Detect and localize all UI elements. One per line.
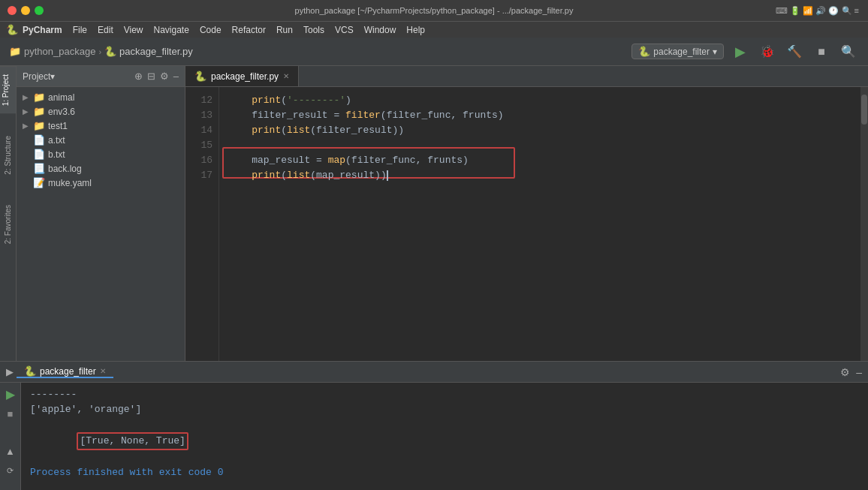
- stop-button[interactable]: ■: [811, 41, 832, 62]
- menu-view[interactable]: View: [124, 25, 143, 35]
- tree-label: b.txt: [48, 149, 65, 160]
- code-line-15: [228, 138, 851, 153]
- main-layout: 1: Project 2: Structure 2: Favorites Pro…: [0, 66, 868, 361]
- side-tab-project[interactable]: 1: Project: [0, 66, 16, 113]
- output-line-list: ['apple', 'orange']: [30, 402, 859, 417]
- tree-item-btxt[interactable]: 📄 b.txt: [17, 147, 185, 161]
- menu-file[interactable]: File: [73, 25, 87, 35]
- editor-tab-package-filter[interactable]: 🐍 package_filter.py ✕: [185, 66, 299, 86]
- code-line-14: print(list(filter_result)): [228, 123, 851, 138]
- tree-item-backlog[interactable]: 📃 back.log: [17, 161, 185, 176]
- menu-tools[interactable]: Tools: [303, 25, 324, 35]
- side-tabs: 1: Project 2: Structure 2: Favorites: [0, 66, 17, 361]
- settings-icon[interactable]: ⚙: [160, 71, 169, 82]
- scroll-up-button[interactable]: ▲: [2, 443, 19, 459]
- tab-close-icon[interactable]: ✕: [283, 72, 289, 80]
- bottom-side-controls: ▶ ■ ▲ ⟳: [0, 383, 21, 490]
- line-numbers: 12 13 14 15 16 17: [185, 87, 219, 361]
- folder-icon: 📁: [33, 92, 45, 103]
- minimize-button[interactable]: [21, 6, 30, 15]
- bottom-settings-icon[interactable]: ⚙: [840, 366, 850, 378]
- tree-arrow: ▶: [23, 107, 30, 116]
- editor-area: 🐍 package_filter.py ✕ 12 13 14 15 16 17 …: [185, 66, 868, 361]
- project-panel-header: Project▾ ⊕ ⊟ ⚙ –: [17, 66, 185, 87]
- menu-run[interactable]: Run: [276, 25, 293, 35]
- close-button[interactable]: [8, 6, 17, 15]
- breadcrumb: 📁 python_package › 🐍 package_filter.py: [9, 46, 627, 57]
- folder-icon: 📁: [33, 120, 45, 131]
- rerun-button[interactable]: ⟳: [2, 462, 19, 479]
- tree-label: muke.yaml: [48, 178, 92, 188]
- run-again-button[interactable]: ▶: [2, 386, 19, 402]
- editor-scrollbar[interactable]: [860, 87, 868, 361]
- bottom-panel: ▶ 🐍 package_filter ✕ ⚙ – ▶ ■ ▲ ⟳ -------…: [0, 361, 868, 490]
- bottom-tabs: ▶ 🐍 package_filter ✕ ⚙ –: [0, 362, 868, 383]
- output-line-separator: --------: [30, 387, 859, 402]
- add-icon[interactable]: ⊕: [134, 71, 143, 82]
- tree-label: a.txt: [48, 135, 65, 146]
- output-highlight-box: [True, None, True]: [77, 432, 188, 450]
- hide-panel-icon[interactable]: –: [173, 71, 179, 82]
- menu-edit[interactable]: Edit: [98, 25, 113, 35]
- txt-file-icon: 📄: [33, 134, 45, 146]
- project-panel: Project▾ ⊕ ⊟ ⚙ – ▶ 📁 animal ▶ 📁 env3.6 ▶…: [17, 66, 185, 361]
- title-bar: python_package [~/PycharmProjects/python…: [0, 0, 868, 21]
- app-logo: 🐍 PyCharm: [6, 24, 62, 35]
- txt-file-icon: 📄: [33, 149, 45, 160]
- project-tree: ▶ 📁 animal ▶ 📁 env3.6 ▶ 📁 test1 📄 a.txt: [17, 87, 185, 361]
- menu-window[interactable]: Window: [364, 25, 396, 35]
- code-line-13: filter_result = filter(filter_func, frun…: [228, 108, 851, 123]
- menu-vcs[interactable]: VCS: [335, 25, 354, 35]
- code-content[interactable]: print('--------') filter_result = filter…: [219, 87, 860, 361]
- output-line-process: Process finished with exit code 0: [30, 465, 859, 480]
- stop-run-button[interactable]: ■: [2, 405, 19, 422]
- search-everywhere-button[interactable]: 🔍: [838, 41, 859, 62]
- tab-label: package_filter.py: [211, 71, 279, 82]
- menu-bar: 🐍 PyCharm File Edit View Navigate Code R…: [0, 21, 868, 38]
- run-tab[interactable]: 🐍 package_filter ✕: [17, 365, 113, 378]
- collapse-icon[interactable]: ⊟: [147, 71, 155, 82]
- code-editor[interactable]: 12 13 14 15 16 17 print('--------') filt…: [185, 87, 868, 361]
- maximize-button[interactable]: [35, 6, 44, 15]
- bottom-panel-controls: ⚙ –: [840, 366, 862, 378]
- run-config-name: package_filter: [653, 47, 710, 57]
- code-line-16: map_result = map(filter_func, frunts): [228, 153, 851, 168]
- yaml-file-icon: 📝: [33, 177, 45, 188]
- tree-label: animal: [48, 92, 74, 103]
- debug-button[interactable]: 🐞: [757, 41, 778, 62]
- breadcrumb-project[interactable]: python_package: [24, 46, 95, 57]
- toolbar: 📁 python_package › 🐍 package_filter.py 🐍…: [0, 38, 868, 66]
- menu-help[interactable]: Help: [406, 25, 425, 35]
- tree-item-yaml[interactable]: 📝 muke.yaml: [17, 176, 185, 190]
- breadcrumb-file[interactable]: package_filter.py: [119, 46, 193, 57]
- tree-item-test1[interactable]: ▶ 📁 test1: [17, 119, 185, 133]
- tree-arrow: ▶: [23, 93, 30, 101]
- code-line-17: print(list(map_result)): [228, 168, 851, 183]
- output-line-highlighted: [True, None, True]: [30, 417, 859, 465]
- tree-label: env3.6: [48, 107, 75, 117]
- run-tab-label: package_filter: [40, 366, 96, 377]
- tree-arrow: ▶: [23, 122, 30, 130]
- run-button[interactable]: ▶: [730, 41, 751, 62]
- run-config-dropdown-icon: ▾: [713, 47, 717, 57]
- bottom-collapse-icon[interactable]: –: [856, 366, 862, 378]
- run-tab-close-icon[interactable]: ✕: [100, 367, 106, 375]
- side-tab-structure[interactable]: 2: Structure: [2, 128, 14, 182]
- menu-refactor[interactable]: Refactor: [232, 25, 266, 35]
- menu-navigate[interactable]: Navigate: [154, 25, 189, 35]
- toolbar-right: 🐍 package_filter ▾ ▶ 🐞 🔨 ■ 🔍: [631, 41, 859, 62]
- menu-code[interactable]: Code: [200, 25, 222, 35]
- project-panel-title: Project▾: [23, 71, 130, 82]
- app-name: PyCharm: [23, 25, 62, 35]
- tree-item-animal[interactable]: ▶ 📁 animal: [17, 90, 185, 104]
- tree-item-atxt[interactable]: 📄 a.txt: [17, 133, 185, 147]
- bottom-content: ▶ ■ ▲ ⟳ -------- ['apple', 'orange'] [Tr…: [0, 383, 868, 490]
- editor-tabs: 🐍 package_filter.py ✕: [185, 66, 868, 87]
- tree-item-env36[interactable]: ▶ 📁 env3.6: [17, 104, 185, 119]
- build-button[interactable]: 🔨: [784, 41, 805, 62]
- tree-label: back.log: [48, 164, 82, 174]
- side-tab-favorites[interactable]: 2: Favorites: [2, 197, 14, 251]
- folder-icon: 📁: [33, 106, 45, 117]
- code-line-12: print('--------'): [228, 93, 851, 108]
- run-config-selector[interactable]: 🐍 package_filter ▾: [631, 44, 724, 59]
